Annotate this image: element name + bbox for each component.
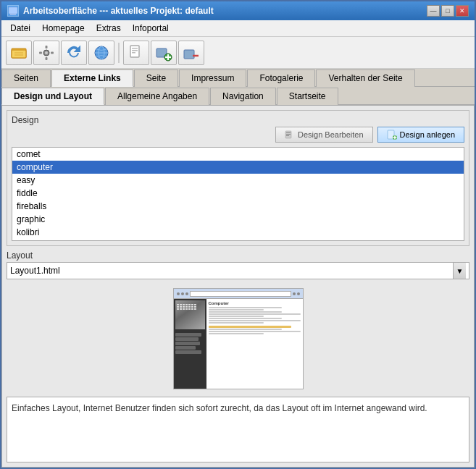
layout-select-value: Layout1.html — [10, 266, 453, 276]
preview-container: Computer — [7, 288, 469, 389]
design-edit-button[interactable]: Design Bearbeiten — [275, 127, 373, 143]
toolbar-separator-1 — [118, 43, 120, 63]
tab-startseite[interactable]: Startseite — [277, 88, 338, 105]
tab-navigation[interactable]: Navigation — [210, 88, 276, 105]
tab-fotogalerie[interactable]: Fotogalerie — [247, 69, 315, 87]
preview-line-7 — [209, 320, 301, 321]
preview-address-bar — [190, 291, 291, 297]
list-item-kolibri[interactable]: kolibri — [12, 226, 464, 239]
svg-rect-9 — [46, 46, 48, 48]
close-button[interactable]: ✕ — [456, 5, 469, 17]
menu-infoportal[interactable]: Infoportal — [127, 22, 175, 35]
nav-line-3 — [175, 342, 201, 345]
preview-dot-4 — [293, 292, 296, 295]
tab-design-layout[interactable]: Design und Layout — [1, 88, 104, 105]
preview-line-2 — [209, 309, 264, 310]
main-window: Arbeitsoberfläche --- aktuelles Projekt:… — [0, 0, 476, 469]
preview-dot-3 — [185, 292, 188, 295]
globe-btn[interactable] — [88, 41, 114, 65]
add-design-icon — [387, 130, 397, 140]
preview-line-8 — [209, 322, 264, 324]
window-controls: — □ ✕ — [427, 5, 469, 17]
open-folder-btn[interactable] — [6, 41, 32, 65]
list-item-computer[interactable]: computer — [12, 161, 464, 174]
settings-btn[interactable] — [33, 41, 59, 65]
svg-rect-25 — [184, 50, 194, 59]
layout-dropdown-arrow[interactable]: ▼ — [453, 263, 466, 279]
list-item-fiddle[interactable]: fiddle — [12, 187, 464, 200]
main-content: Design Design Bearbeiten — [1, 105, 475, 468]
design-label: Design — [12, 115, 464, 125]
svg-point-8 — [45, 51, 48, 54]
window-title: Arbeitsoberfläche --- aktuelles Projekt:… — [23, 6, 214, 16]
menu-datei[interactable]: Datei — [4, 22, 36, 35]
preview-main: Computer — [206, 299, 303, 389]
nav-line-5 — [175, 350, 201, 354]
menu-extras[interactable]: Extras — [91, 22, 127, 35]
svg-rect-17 — [130, 46, 139, 57]
nav-line-1 — [175, 333, 202, 337]
layout-select[interactable]: Layout1.html ▼ — [7, 262, 469, 279]
tab-seite[interactable]: Seite — [134, 69, 178, 87]
maximize-button[interactable]: □ — [441, 5, 454, 17]
tab-externe-links[interactable]: Externe Links — [51, 69, 133, 87]
preview-line-4 — [209, 313, 301, 315]
design-list[interactable]: comet computer easy fiddle fireballs gra… — [12, 147, 464, 241]
svg-rect-18 — [132, 48, 138, 49]
minimize-button[interactable]: — — [427, 5, 440, 17]
list-item-comet[interactable]: comet — [12, 148, 464, 161]
tab-seiten[interactable]: Seiten — [1, 69, 51, 87]
tabs-row1: Seiten Externe Links Seite Impressum Fot… — [1, 69, 475, 87]
preview-line-11 — [209, 333, 264, 334]
preview-line-10 — [209, 331, 301, 332]
preview-line-6 — [209, 318, 283, 319]
title-bar: Arbeitsoberfläche --- aktuelles Projekt:… — [1, 1, 475, 20]
keyboard-image — [175, 300, 205, 329]
app-icon — [7, 5, 19, 17]
svg-rect-4 — [12, 50, 26, 58]
nav-line-4 — [175, 346, 196, 350]
keyboard-keys — [177, 304, 196, 310]
tab-verhalten[interactable]: Verhalten der Seite — [316, 69, 414, 87]
menu-homepage[interactable]: Homepage — [36, 22, 91, 35]
preview-accent — [209, 326, 291, 328]
refresh-btn[interactable] — [61, 41, 87, 65]
layout-preview: Computer — [173, 288, 304, 389]
preview-body: Computer — [174, 299, 303, 389]
preview-inner: Computer — [174, 289, 303, 389]
preview-header — [174, 289, 303, 299]
list-item-linux[interactable]: linux — [12, 239, 464, 241]
preview-nav — [174, 299, 206, 389]
nav-line-2 — [175, 337, 199, 341]
preview-dot-2 — [181, 292, 184, 295]
toolbar — [1, 37, 475, 69]
preview-dot-1 — [177, 292, 180, 295]
tabs-row2: Design und Layout Allgemeine Angaben Nav… — [1, 87, 475, 105]
svg-rect-1 — [10, 14, 16, 15]
preview-title: Computer — [209, 301, 301, 305]
preview-dot-5 — [297, 292, 300, 295]
add-btn[interactable] — [151, 41, 177, 65]
svg-rect-20 — [132, 52, 135, 54]
new-page-btn[interactable] — [123, 41, 149, 65]
list-item-fireballs[interactable]: fireballs — [12, 200, 464, 213]
design-section: Design Design Bearbeiten — [7, 110, 469, 246]
svg-rect-11 — [39, 51, 42, 54]
svg-rect-12 — [51, 51, 54, 54]
design-new-button[interactable]: Design anlegen — [377, 127, 464, 143]
svg-rect-0 — [9, 7, 17, 14]
svg-rect-19 — [132, 50, 138, 51]
preview-line-9 — [209, 329, 283, 330]
layout-section: Layout Layout1.html ▼ — [7, 250, 469, 284]
preview-line-1 — [209, 307, 283, 308]
list-item-easy[interactable]: easy — [12, 174, 464, 187]
design-toolbar: Design Bearbeiten Design anlegen — [12, 127, 464, 143]
remove-btn[interactable] — [178, 41, 204, 65]
tab-allgemeine[interactable]: Allgemeine Angaben — [105, 88, 209, 105]
description-box: Einfaches Layout, Internet Benutzer find… — [7, 397, 469, 462]
list-item-graphic[interactable]: graphic — [12, 213, 464, 226]
tab-impressum[interactable]: Impressum — [179, 69, 246, 87]
preview-line-5 — [209, 316, 264, 317]
svg-rect-30 — [286, 135, 289, 136]
svg-rect-28 — [286, 132, 291, 133]
